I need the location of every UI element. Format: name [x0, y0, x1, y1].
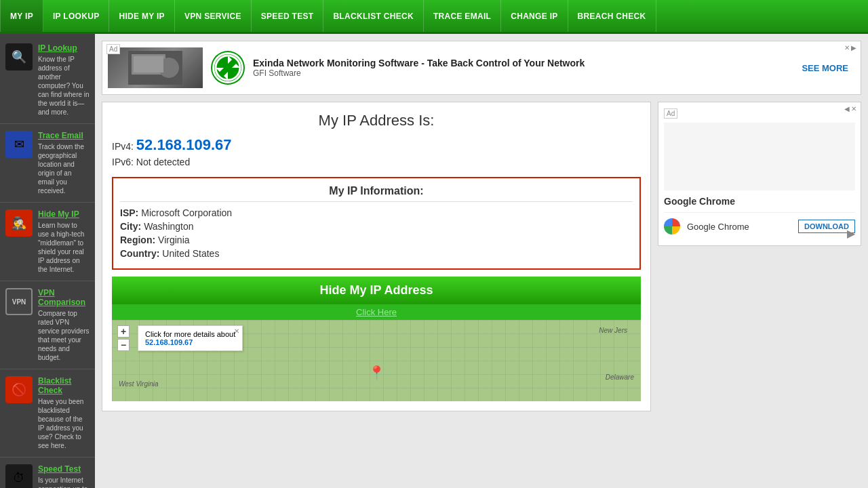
right-ad-chrome-row: Google Chrome DOWNLOAD: [664, 212, 855, 240]
sidebar-desc-blacklist: Have you been blacklisted because of the…: [38, 397, 90, 450]
sidebar-title-trace-email: Trace Email: [38, 131, 90, 140]
ad-info-icon[interactable]: ▶: [847, 227, 855, 240]
ip-panel-title: My IP Address Is:: [112, 112, 641, 129]
ad-title: Exinda Network Monitoring Software - Tak…: [253, 58, 795, 68]
map-tooltip-close[interactable]: ✕: [234, 327, 239, 335]
nav-speed-test[interactable]: SPEED TEST: [252, 0, 324, 32]
chrome-icon: [664, 218, 680, 235]
ad-banner: Ad ✕ ▶: [102, 41, 861, 95]
sidebar-text-ip-lookup: IP Lookup Know the IP address of another…: [38, 43, 90, 117]
sidebar-item-blacklist[interactable]: 🚫 Blacklist Check Have you been blacklis…: [0, 369, 95, 458]
map-zoom-controls: + −: [117, 325, 130, 351]
sidebar-item-trace-email[interactable]: ✉ Trace Email Track down the geographica…: [0, 124, 95, 203]
sidebar-desc-vpn: Compare top rated VPN service providers …: [38, 309, 90, 362]
map-marker: 📍: [368, 365, 385, 381]
chrome-label: Google Chrome: [687, 222, 791, 232]
sidebar-item-speed-test[interactable]: ⏱ Speed Test Is your Internet connection…: [0, 458, 95, 488]
ad-logo: [211, 51, 245, 85]
ad-close-x: ✕: [844, 44, 850, 52]
sidebar-title-ip-lookup: IP Lookup: [38, 43, 90, 53]
map-area: West Virginia New Jers Delaware 📍 + − ✕ …: [112, 320, 641, 401]
sidebar-text-speed-test: Speed Test Is your Internet connection u…: [38, 464, 90, 488]
vpn-icon: VPN: [5, 288, 33, 315]
nav-my-ip[interactable]: MY IP: [0, 0, 43, 32]
sidebar-desc-ip-lookup: Know the IP address of another computer?…: [38, 55, 90, 117]
map-label-west-virginia: West Virginia: [119, 380, 159, 388]
sidebar-item-ip-lookup[interactable]: 🔍 IP Lookup Know the IP address of anoth…: [0, 37, 95, 124]
country-row: Country: United States: [120, 248, 633, 259]
ip-info-box: My IP Information: ISP: Microsoft Corpor…: [112, 177, 641, 270]
sidebar-title-vpn: VPN Comparison: [38, 288, 90, 307]
sidebar-item-vpn[interactable]: VPN VPN Comparison Compare top rated VPN…: [0, 281, 95, 369]
sidebar-title-hide-my-ip: Hide My IP: [38, 209, 90, 219]
click-here-link[interactable]: Click Here: [112, 304, 641, 320]
country-value: United States: [162, 248, 219, 259]
city-label: City:: [120, 221, 141, 232]
ad-see-more-button[interactable]: SEE MORE: [795, 63, 855, 73]
svg-rect-3: [134, 56, 163, 73]
nav-hide-my-ip[interactable]: HIDE MY IP: [109, 0, 174, 32]
nav-change-ip[interactable]: CHANGE IP: [501, 0, 568, 32]
sidebar-item-hide-my-ip[interactable]: 🕵 Hide My IP Learn how to use a high-tec…: [0, 203, 95, 281]
hide-ip-button[interactable]: Hide My IP Address: [112, 277, 641, 304]
right-ad-panel: Ad ◀ ✕ Google Chrome Google Chrome DOWNL…: [658, 102, 861, 251]
map-label-delaware: Delaware: [606, 373, 634, 381]
trace-email-icon: ✉: [5, 131, 33, 158]
city-value: Washington: [144, 221, 193, 232]
map-label-new-jersey: New Jers: [599, 327, 627, 334]
sidebar-text-vpn: VPN Comparison Compare top rated VPN ser…: [38, 288, 90, 362]
right-ad-label: Ad: [664, 108, 677, 119]
nav-breach-check[interactable]: BREACH CHECK: [568, 0, 656, 32]
right-ad-close[interactable]: ◀ ✕: [844, 105, 856, 113]
sidebar-text-hide-my-ip: Hide My IP Learn how to use a high-tech …: [38, 209, 90, 274]
ipv6-row: IPv6: Not detected: [112, 157, 641, 167]
map-tooltip-ip[interactable]: 52.168.109.67: [145, 338, 235, 346]
map-zoom-out[interactable]: −: [117, 339, 130, 351]
right-ad-close-prev: ◀: [844, 105, 850, 113]
nav-blacklist-check[interactable]: BLACKLIST CHECK: [323, 0, 424, 32]
ad-close-button[interactable]: ✕ ▶: [844, 44, 856, 52]
ad-company: GFI Software: [253, 68, 795, 78]
map-tooltip: ✕ Click for more details about 52.168.10…: [138, 325, 243, 351]
right-ad-image: [664, 123, 855, 190]
speed-test-icon: ⏱: [5, 464, 33, 488]
nav-ip-lookup[interactable]: IP LOOKUP: [43, 0, 110, 32]
ipv6-value: Not detected: [136, 157, 190, 167]
sidebar-desc-speed-test: Is your Internet connection up to speed?…: [38, 476, 90, 488]
right-ad-box: Ad ◀ ✕ Google Chrome Google Chrome DOWNL…: [658, 102, 861, 246]
nav-vpn-service[interactable]: VPN SERVICE: [175, 0, 252, 32]
main-content: Ad ✕ ▶: [95, 34, 868, 488]
ipv4-value[interactable]: 52.168.109.67: [136, 136, 232, 153]
main-nav: MY IP IP LOOKUP HIDE MY IP VPN SERVICE S…: [0, 0, 868, 34]
hide-my-ip-icon: 🕵: [5, 209, 33, 237]
sidebar-text-blacklist: Blacklist Check Have you been blackliste…: [38, 376, 90, 450]
svg-point-4: [216, 56, 240, 80]
sidebar-title-speed-test: Speed Test: [38, 464, 90, 474]
region-value: Virginia: [158, 235, 189, 245]
map-zoom-in[interactable]: +: [117, 325, 130, 338]
ad-text: Exinda Network Monitoring Software - Tak…: [253, 58, 795, 78]
ad-label: Ad: [106, 44, 120, 54]
page-layout: 🔍 IP Lookup Know the IP address of anoth…: [0, 34, 868, 488]
ipv6-label: IPv6:: [112, 157, 134, 167]
right-ad-title: Google Chrome: [664, 196, 855, 207]
isp-label: ISP:: [120, 207, 138, 218]
city-row: City: Washington: [120, 221, 633, 232]
ip-lookup-icon: 🔍: [5, 43, 33, 70]
map-tooltip-text: Click for more details about: [145, 330, 235, 338]
blacklist-icon: 🚫: [5, 376, 33, 403]
ip-panel: My IP Address Is: IPv4: 52.168.109.67 IP…: [102, 102, 651, 411]
isp-row: ISP: Microsoft Corporation: [120, 207, 633, 218]
isp-value: Microsoft Corporation: [141, 207, 232, 218]
country-label: Country:: [120, 248, 159, 259]
nav-trace-email[interactable]: TRACE EMAIL: [424, 0, 501, 32]
sidebar-text-trace-email: Trace Email Track down the geographical …: [38, 131, 90, 195]
right-ad-close-x: ✕: [851, 105, 856, 113]
region-row: Region: Virginia: [120, 235, 633, 245]
sidebar: 🔍 IP Lookup Know the IP address of anoth…: [0, 34, 95, 488]
sidebar-title-blacklist: Blacklist Check: [38, 376, 90, 395]
middle-row: My IP Address Is: IPv4: 52.168.109.67 IP…: [102, 102, 861, 411]
ad-close-arrow: ▶: [851, 44, 856, 52]
ip-info-box-title: My IP Information:: [120, 185, 633, 202]
ipv4-label: IPv4:: [112, 141, 134, 152]
